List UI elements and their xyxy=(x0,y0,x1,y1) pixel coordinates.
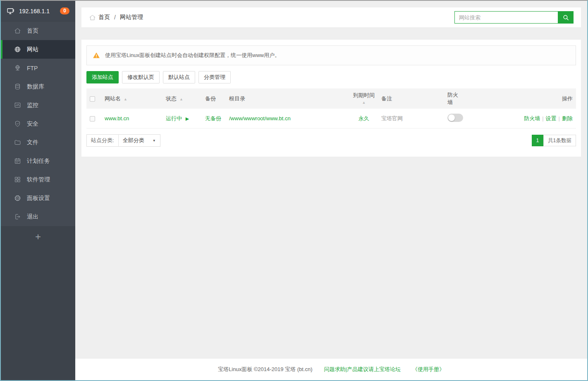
gear-icon xyxy=(14,195,21,202)
manual-link[interactable]: 《使用手册》 xyxy=(412,366,445,373)
table-footer: 站点分类: 全部分类 ▼ 1 共1条数据 xyxy=(86,134,576,147)
sidebar-item-label: 退出 xyxy=(27,213,38,221)
col-backup: 备份 xyxy=(205,95,216,102)
col-note: 备注 xyxy=(381,95,392,102)
site-table: 网站名▲ 状态▲ 备份 根目录 到期时间 ▲ 备注 防火墙 操作 xyxy=(86,88,576,129)
sidebar-item-database[interactable]: 数据库 xyxy=(1,77,75,96)
category-select[interactable]: 全部分类 ▼ xyxy=(119,135,160,146)
site-name-link[interactable]: www.bt.cn xyxy=(105,115,129,121)
breadcrumb-current: 网站管理 xyxy=(120,14,143,21)
message-count-badge[interactable]: 0 xyxy=(60,7,69,14)
notice-bar: 使用宝塔Linux面板创建站点时会自动创建权限配置，统一使用www用户。 xyxy=(86,45,576,65)
site-status[interactable]: 运行中 xyxy=(166,115,182,121)
sidebar-footer: + xyxy=(1,226,75,380)
sidebar-item-software[interactable]: 软件管理 xyxy=(1,170,75,189)
sidebar-item-files[interactable]: 文件 xyxy=(1,133,75,152)
sidebar-item-label: 首页 xyxy=(27,27,38,35)
sidebar-item-cron[interactable]: 计划任务 xyxy=(1,152,75,170)
firewall-toggle[interactable] xyxy=(447,114,463,122)
row-checkbox[interactable] xyxy=(90,116,95,121)
modify-default-page-button[interactable]: 修改默认页 xyxy=(122,71,160,83)
action-separator: | xyxy=(559,115,560,121)
page-1-button[interactable]: 1 xyxy=(532,135,543,146)
sidebar-item-label: 网站 xyxy=(27,46,38,53)
bt-panel-window: 192.168.1.1 0 首页 网站 FTP xyxy=(0,0,588,381)
forum-link[interactable]: 问题求助|产品建议请上宝塔论坛 xyxy=(324,366,401,373)
home-icon xyxy=(89,14,98,21)
category-manage-button[interactable]: 分类管理 xyxy=(198,71,231,83)
sidebar-item-label: 监控 xyxy=(27,102,38,109)
select-all-checkbox[interactable] xyxy=(90,96,95,102)
root-path-link[interactable]: /www/wwwroot/www.bt.cn xyxy=(229,115,291,121)
grid-icon xyxy=(14,176,21,183)
home-icon xyxy=(14,27,21,35)
default-site-button[interactable]: 默认站点 xyxy=(163,71,195,83)
breadcrumb: 首页 / 网站管理 xyxy=(89,14,143,21)
add-menu-button[interactable]: + xyxy=(30,230,46,243)
sidebar-item-label: 数据库 xyxy=(27,83,44,90)
col-expire: 到期时间 xyxy=(353,92,375,98)
expire-value[interactable]: 永久 xyxy=(359,115,369,121)
sort-asc-icon[interactable]: ▲ xyxy=(124,97,127,101)
sidebar-item-label: 面板设置 xyxy=(27,195,50,202)
sidebar-item-home[interactable]: 首页 xyxy=(1,21,75,40)
category-label: 站点分类: xyxy=(87,135,119,146)
firewall-action-link[interactable]: 防火墙 xyxy=(524,115,540,121)
settings-action-link[interactable]: 设置 xyxy=(546,115,557,121)
caret-down-icon: ▼ xyxy=(153,139,156,143)
copyright-text: 宝塔Linux面板 ©2014-2019 宝塔 (bt.cn) xyxy=(218,366,313,373)
col-site: 网站名 xyxy=(105,95,121,102)
logout-icon xyxy=(14,213,21,221)
sort-asc-icon[interactable]: ▲ xyxy=(179,97,183,101)
calendar-icon xyxy=(14,157,21,165)
sidebar-item-ftp[interactable]: FTP xyxy=(1,59,75,77)
server-ip: 192.168.1.1 xyxy=(19,8,50,14)
notice-text: 使用宝塔Linux面板创建站点时会自动创建权限配置，统一使用www用户。 xyxy=(105,52,280,59)
search-button[interactable] xyxy=(558,11,574,24)
running-play-icon: ▶ xyxy=(186,116,189,121)
sort-asc-icon[interactable]: ▲ xyxy=(353,100,375,105)
toolbar: 添加站点 修改默认页 默认站点 分类管理 xyxy=(86,71,576,83)
monitor-chart-icon xyxy=(14,102,21,109)
site-manage-panel: 使用宝塔Linux面板创建站点时会自动创建权限配置，统一使用www用户。 添加站… xyxy=(81,40,581,157)
total-count: 共1条数据 xyxy=(543,135,576,146)
sidebar-item-website[interactable]: 网站 xyxy=(1,40,75,59)
pagination: 1 共1条数据 xyxy=(532,135,576,146)
folder-icon xyxy=(14,139,21,146)
breadcrumb-separator: / xyxy=(114,14,116,21)
main-content: 首页 / 网站管理 使用宝塔Linux面板创建站点时会自动创建权限配置，统一使用… xyxy=(75,1,587,380)
sidebar: 192.168.1.1 0 首页 网站 FTP xyxy=(1,1,75,380)
add-site-button[interactable]: 添加站点 xyxy=(86,71,119,83)
ftp-icon xyxy=(14,64,21,72)
topbar: 首页 / 网站管理 xyxy=(81,7,581,27)
sidebar-item-label: 软件管理 xyxy=(27,176,50,183)
col-firewall: 防火墙 xyxy=(447,91,459,106)
action-separator: | xyxy=(542,115,543,121)
category-selected-value: 全部分类 xyxy=(123,137,144,144)
search-input[interactable] xyxy=(454,11,558,24)
sidebar-item-label: 安全 xyxy=(27,120,38,128)
sidebar-item-security[interactable]: 安全 xyxy=(1,114,75,133)
sidebar-item-label: 文件 xyxy=(27,139,38,146)
col-actions: 操作 xyxy=(562,95,573,102)
backup-link[interactable]: 无备份 xyxy=(205,115,221,121)
database-icon xyxy=(14,83,21,90)
toggle-knob xyxy=(448,114,455,121)
search-icon xyxy=(562,14,569,21)
shield-icon xyxy=(14,120,21,128)
server-info-header[interactable]: 192.168.1.1 0 xyxy=(1,1,75,21)
site-note[interactable]: 宝塔官网 xyxy=(381,115,403,121)
sidebar-menu: 首页 网站 FTP 数据库 xyxy=(1,21,75,226)
table-row: www.bt.cn 运行中 ▶ 无备份 /www/wwwroot/www.bt.… xyxy=(86,109,576,129)
breadcrumb-home-link[interactable]: 首页 xyxy=(98,14,110,21)
content-spacer xyxy=(75,157,587,359)
col-root: 根目录 xyxy=(229,95,245,102)
sidebar-item-settings[interactable]: 面板设置 xyxy=(1,189,75,207)
sidebar-item-logout[interactable]: 退出 xyxy=(1,207,75,226)
site-category-filter: 站点分类: 全部分类 ▼ xyxy=(86,134,160,147)
site-search xyxy=(454,11,574,24)
globe-icon xyxy=(14,46,21,53)
sidebar-item-label: 计划任务 xyxy=(27,157,50,165)
delete-action-link[interactable]: 删除 xyxy=(562,115,573,121)
sidebar-item-monitor[interactable]: 监控 xyxy=(1,96,75,114)
